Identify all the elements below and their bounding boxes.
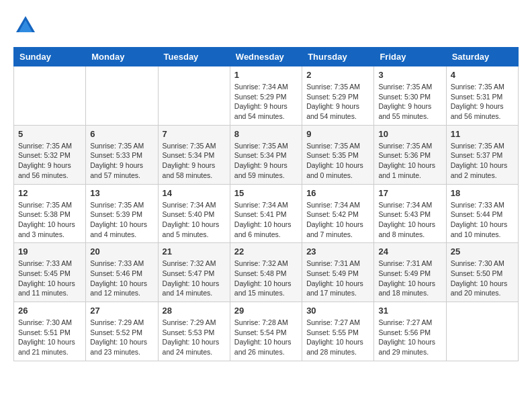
calendar-cell: 11Sunrise: 7:35 AM Sunset: 5:37 PM Dayli… bbox=[446, 125, 518, 184]
page-header bbox=[13, 13, 519, 40]
calendar-cell: 8Sunrise: 7:35 AM Sunset: 5:34 PM Daylig… bbox=[230, 125, 302, 184]
day-info: Sunrise: 7:35 AM Sunset: 5:30 PM Dayligh… bbox=[378, 82, 441, 122]
calendar-cell: 28Sunrise: 7:29 AM Sunset: 5:53 PM Dayli… bbox=[158, 302, 230, 361]
calendar-cell: 2Sunrise: 7:35 AM Sunset: 5:29 PM Daylig… bbox=[302, 66, 374, 126]
day-info: Sunrise: 7:35 AM Sunset: 5:38 PM Dayligh… bbox=[18, 200, 81, 240]
col-tuesday: Tuesday bbox=[158, 48, 230, 66]
day-info: Sunrise: 7:35 AM Sunset: 5:31 PM Dayligh… bbox=[451, 82, 514, 122]
calendar-cell: 29Sunrise: 7:28 AM Sunset: 5:54 PM Dayli… bbox=[230, 302, 302, 361]
day-number: 19 bbox=[18, 246, 81, 257]
calendar-cell: 13Sunrise: 7:35 AM Sunset: 5:39 PM Dayli… bbox=[86, 184, 158, 243]
calendar-cell: 6Sunrise: 7:35 AM Sunset: 5:33 PM Daylig… bbox=[86, 125, 158, 184]
day-number: 3 bbox=[378, 70, 441, 80]
calendar-cell: 20Sunrise: 7:33 AM Sunset: 5:46 PM Dayli… bbox=[86, 243, 158, 302]
day-number: 28 bbox=[163, 306, 226, 316]
logo bbox=[13, 13, 40, 40]
calendar-cell bbox=[158, 66, 230, 126]
day-info: Sunrise: 7:34 AM Sunset: 5:41 PM Dayligh… bbox=[234, 200, 298, 240]
day-number: 20 bbox=[90, 246, 153, 257]
day-number: 16 bbox=[306, 188, 369, 198]
day-number: 25 bbox=[451, 246, 514, 257]
day-info: Sunrise: 7:30 AM Sunset: 5:51 PM Dayligh… bbox=[18, 318, 81, 357]
calendar-week-row: 19Sunrise: 7:33 AM Sunset: 5:45 PM Dayli… bbox=[14, 243, 519, 302]
day-number: 14 bbox=[163, 188, 226, 198]
calendar-cell: 9Sunrise: 7:35 AM Sunset: 5:35 PM Daylig… bbox=[302, 125, 374, 184]
day-number: 21 bbox=[163, 246, 226, 257]
calendar-week-row: 26Sunrise: 7:30 AM Sunset: 5:51 PM Dayli… bbox=[14, 302, 519, 361]
day-info: Sunrise: 7:32 AM Sunset: 5:48 PM Dayligh… bbox=[234, 259, 298, 298]
day-number: 31 bbox=[378, 306, 441, 316]
day-info: Sunrise: 7:32 AM Sunset: 5:47 PM Dayligh… bbox=[163, 259, 226, 298]
day-number: 12 bbox=[18, 188, 81, 198]
day-number: 17 bbox=[378, 188, 441, 198]
calendar-cell: 24Sunrise: 7:31 AM Sunset: 5:49 PM Dayli… bbox=[374, 243, 446, 302]
day-number: 9 bbox=[306, 129, 369, 139]
day-number: 5 bbox=[18, 129, 81, 139]
day-info: Sunrise: 7:34 AM Sunset: 5:40 PM Dayligh… bbox=[163, 200, 226, 240]
calendar-week-row: 1Sunrise: 7:34 AM Sunset: 5:29 PM Daylig… bbox=[14, 66, 519, 126]
day-info: Sunrise: 7:35 AM Sunset: 5:35 PM Dayligh… bbox=[306, 141, 369, 181]
col-thursday: Thursday bbox=[302, 48, 374, 66]
calendar-cell: 23Sunrise: 7:31 AM Sunset: 5:49 PM Dayli… bbox=[302, 243, 374, 302]
calendar-cell: 19Sunrise: 7:33 AM Sunset: 5:45 PM Dayli… bbox=[14, 243, 86, 302]
day-number: 6 bbox=[90, 129, 153, 139]
col-sunday: Sunday bbox=[14, 48, 86, 66]
calendar-header-row: Sunday Monday Tuesday Wednesday Thursday… bbox=[14, 48, 519, 66]
day-info: Sunrise: 7:35 AM Sunset: 5:37 PM Dayligh… bbox=[451, 141, 514, 181]
calendar-week-row: 5Sunrise: 7:35 AM Sunset: 5:32 PM Daylig… bbox=[14, 125, 519, 184]
day-info: Sunrise: 7:30 AM Sunset: 5:50 PM Dayligh… bbox=[451, 259, 514, 298]
day-info: Sunrise: 7:27 AM Sunset: 5:55 PM Dayligh… bbox=[306, 318, 369, 357]
calendar-cell: 10Sunrise: 7:35 AM Sunset: 5:36 PM Dayli… bbox=[374, 125, 446, 184]
day-number: 10 bbox=[378, 129, 441, 139]
calendar-cell: 7Sunrise: 7:35 AM Sunset: 5:34 PM Daylig… bbox=[158, 125, 230, 184]
day-info: Sunrise: 7:35 AM Sunset: 5:32 PM Dayligh… bbox=[18, 141, 81, 181]
day-info: Sunrise: 7:31 AM Sunset: 5:49 PM Dayligh… bbox=[306, 259, 369, 298]
day-number: 30 bbox=[306, 306, 369, 316]
day-info: Sunrise: 7:35 AM Sunset: 5:29 PM Dayligh… bbox=[306, 82, 369, 122]
day-number: 18 bbox=[451, 188, 514, 198]
day-number: 11 bbox=[451, 129, 514, 139]
calendar-cell: 5Sunrise: 7:35 AM Sunset: 5:32 PM Daylig… bbox=[14, 125, 86, 184]
day-number: 29 bbox=[234, 306, 298, 316]
calendar-cell: 27Sunrise: 7:29 AM Sunset: 5:52 PM Dayli… bbox=[86, 302, 158, 361]
day-number: 7 bbox=[163, 129, 226, 139]
logo-icon bbox=[13, 13, 38, 38]
col-monday: Monday bbox=[86, 48, 158, 66]
day-number: 23 bbox=[306, 246, 369, 257]
day-number: 27 bbox=[90, 306, 153, 316]
day-info: Sunrise: 7:35 AM Sunset: 5:33 PM Dayligh… bbox=[90, 141, 153, 181]
day-info: Sunrise: 7:34 AM Sunset: 5:29 PM Dayligh… bbox=[234, 82, 298, 122]
calendar-cell: 30Sunrise: 7:27 AM Sunset: 5:55 PM Dayli… bbox=[302, 302, 374, 361]
day-info: Sunrise: 7:33 AM Sunset: 5:46 PM Dayligh… bbox=[90, 259, 153, 298]
calendar-cell bbox=[86, 66, 158, 126]
day-info: Sunrise: 7:34 AM Sunset: 5:43 PM Dayligh… bbox=[378, 200, 441, 240]
day-info: Sunrise: 7:35 AM Sunset: 5:34 PM Dayligh… bbox=[234, 141, 298, 181]
calendar-cell: 25Sunrise: 7:30 AM Sunset: 5:50 PM Dayli… bbox=[446, 243, 518, 302]
day-info: Sunrise: 7:35 AM Sunset: 5:36 PM Dayligh… bbox=[378, 141, 441, 181]
day-info: Sunrise: 7:28 AM Sunset: 5:54 PM Dayligh… bbox=[234, 318, 298, 357]
col-friday: Friday bbox=[374, 48, 446, 66]
calendar-cell: 26Sunrise: 7:30 AM Sunset: 5:51 PM Dayli… bbox=[14, 302, 86, 361]
day-number: 4 bbox=[451, 70, 514, 80]
calendar-cell: 14Sunrise: 7:34 AM Sunset: 5:40 PM Dayli… bbox=[158, 184, 230, 243]
day-number: 22 bbox=[234, 246, 298, 257]
day-info: Sunrise: 7:29 AM Sunset: 5:52 PM Dayligh… bbox=[90, 318, 153, 357]
day-info: Sunrise: 7:33 AM Sunset: 5:44 PM Dayligh… bbox=[451, 200, 514, 240]
day-number: 2 bbox=[306, 70, 369, 80]
calendar-cell: 18Sunrise: 7:33 AM Sunset: 5:44 PM Dayli… bbox=[446, 184, 518, 243]
day-info: Sunrise: 7:35 AM Sunset: 5:39 PM Dayligh… bbox=[90, 200, 153, 240]
calendar-cell: 17Sunrise: 7:34 AM Sunset: 5:43 PM Dayli… bbox=[374, 184, 446, 243]
day-info: Sunrise: 7:31 AM Sunset: 5:49 PM Dayligh… bbox=[378, 259, 441, 298]
calendar-cell: 22Sunrise: 7:32 AM Sunset: 5:48 PM Dayli… bbox=[230, 243, 302, 302]
day-info: Sunrise: 7:27 AM Sunset: 5:56 PM Dayligh… bbox=[378, 318, 441, 357]
calendar-cell: 21Sunrise: 7:32 AM Sunset: 5:47 PM Dayli… bbox=[158, 243, 230, 302]
calendar-cell bbox=[14, 66, 86, 126]
calendar-week-row: 12Sunrise: 7:35 AM Sunset: 5:38 PM Dayli… bbox=[14, 184, 519, 243]
day-number: 26 bbox=[18, 306, 81, 316]
calendar-table: Sunday Monday Tuesday Wednesday Thursday… bbox=[13, 47, 519, 361]
calendar-cell bbox=[446, 302, 518, 361]
calendar-cell: 4Sunrise: 7:35 AM Sunset: 5:31 PM Daylig… bbox=[446, 66, 518, 126]
col-saturday: Saturday bbox=[446, 48, 518, 66]
day-number: 13 bbox=[90, 188, 153, 198]
calendar-cell: 1Sunrise: 7:34 AM Sunset: 5:29 PM Daylig… bbox=[230, 66, 302, 126]
